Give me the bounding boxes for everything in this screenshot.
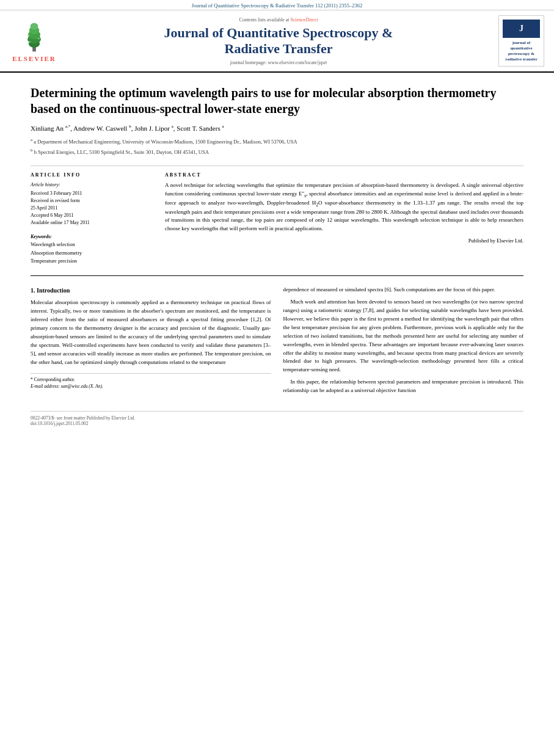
bottom-bar: 0022-4073/$- see front matter Published … [31,411,523,426]
footnote-area: * Corresponding author. E-mail address: … [31,373,271,390]
footnote-email: E-mail address: xan@wisc.edu (X. An). [31,383,271,390]
svg-rect-7 [38,38,40,39]
keyword-1: Wavelength selection [31,241,153,249]
abstract-paragraph: A novel technique for selecting waveleng… [165,181,523,233]
available-online: Available online 17 May 2011 [31,219,153,227]
keywords-label: Keywords: [31,234,153,239]
journal-homepage: journal homepage: www.elsevier.com/locat… [65,60,492,65]
journal-title-area: Contents lists available at ScienceDirec… [65,17,492,65]
info-abstract-cols: ARTICLE INFO Article history: Received 3… [31,172,523,266]
svg-rect-0 [32,47,36,51]
keyword-3: Temperature precision [31,257,153,266]
received-revised-date: 25 April 2011 [31,205,153,212]
body-divider [31,275,523,276]
abstract-col: ABSTRACT A novel technique for selecting… [165,172,523,266]
svg-rect-8 [27,35,30,36]
published-by: Published by Elsevier Ltd. [165,238,523,244]
svg-point-5 [31,23,38,29]
elsevier-tree-icon [16,20,53,54]
elsevier-logo-area: ELSEVIER [10,20,59,62]
accepted-date: Accepted 6 May 2011 [31,212,153,219]
abstract-label: ABSTRACT [165,172,523,178]
issn-line: 0022-4073/$- see front matter Published … [31,415,523,421]
intro-para-1: Molecular absorption spectroscopy is com… [31,299,271,367]
header-divider [31,165,523,166]
affil-b: b b Spectral Energies, LLC, 5100 Springf… [31,147,523,156]
journal-citation-bar: Journal of Quantitative Spectroscopy & R… [0,0,554,10]
body-col-1: 1. Introduction Molecular absorption spe… [31,286,271,399]
elsevier-wordmark: ELSEVIER [12,55,56,62]
intro-para-col2-3: In this paper, the relationship between … [283,378,524,395]
received-revised-label: Received in revised form [31,197,153,205]
journal-thumb-title: journal of quantitative pectroscopy & ra… [503,40,540,62]
keywords-section: Keywords: Wavelength selection Absorptio… [31,234,153,266]
affil-a: a a Department of Mechanical Engineering… [31,137,523,146]
article-info-label: ARTICLE INFO [31,172,153,178]
abstract-text: A novel technique for selecting waveleng… [165,181,523,233]
journal-citation-text: Journal of Quantitative Spectroscopy & R… [192,2,363,9]
journal-thumbnail: J journal of quantitative pectroscopy & … [498,15,544,67]
journal-main-title: Journal of Quantitative Spectroscopy & R… [65,25,492,57]
sciencedirect-link[interactable]: ScienceDirect [291,17,318,23]
doi-line: doi:10.1016/j.jqsrt.2011.05.002 [31,421,523,426]
main-content: Determining the optimum wavelength pairs… [0,73,554,438]
section-1-heading: 1. Introduction [31,286,271,296]
svg-rect-6 [29,42,31,43]
article-title: Determining the optimum wavelength pairs… [31,85,523,117]
elsevier-logo-inner: ELSEVIER [10,20,59,62]
intro-para-col2-1: dependence of measured or simulated spec… [283,286,524,294]
keyword-2: Absorption thermometry [31,249,153,258]
authors-line: Xinliang An a,*, Andrew W. Caswell b, Jo… [31,124,523,132]
journal-header: ELSEVIER Contents lists available at Sci… [0,10,554,73]
intro-para-col2-2: Much work and attention has been devoted… [283,298,524,374]
body-columns: 1. Introduction Molecular absorption spe… [31,286,523,399]
affiliations: a a Department of Mechanical Engineering… [31,137,523,156]
received-date: Received 3 February 2011 [31,190,153,197]
contents-line: Contents lists available at ScienceDirec… [65,17,492,23]
footnote-star: * Corresponding author. [31,376,271,383]
history-label: Article history: [31,181,153,189]
article-info-col: ARTICLE INFO Article history: Received 3… [31,172,153,266]
article-history: Article history: Received 3 February 201… [31,181,153,227]
body-col-2: dependence of measured or simulated spec… [283,286,524,399]
